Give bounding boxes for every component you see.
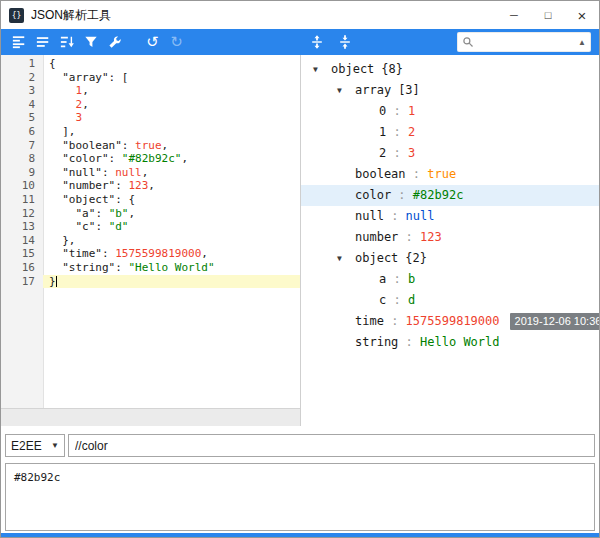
tree-separator: : [398, 227, 420, 248]
tree-field: 0 [379, 101, 386, 122]
tree-node-count: {8} [381, 59, 403, 80]
tree-field: object [331, 59, 374, 80]
code-line[interactable]: 17} [1, 275, 300, 289]
line-number: 17 [1, 275, 43, 289]
tree-row[interactable]: c : d [301, 290, 599, 311]
json-code-editor[interactable]: 1{2 "array": [3 1,4 2,5 36 ],7 "boolean"… [1, 55, 301, 426]
transform-button[interactable] [81, 33, 100, 52]
line-number: 12 [1, 207, 43, 221]
app-window: {} JSON解析工具 ─ □ × [0, 0, 600, 538]
undo-button[interactable]: ↺ [143, 33, 162, 52]
tree-value[interactable]: #82b92c [413, 185, 464, 206]
format-button[interactable] [9, 33, 28, 52]
code-line[interactable]: 10 "number": 123, [1, 179, 300, 193]
json-tree-panel: ▼object{8}▼array[3]0 : 11 : 22 : 3boolea… [301, 55, 599, 426]
code-line[interactable]: 16 "string": "Hello World" [1, 261, 300, 275]
tree-field: null [355, 206, 384, 227]
tree-row[interactable]: time : 15755998190002019-12-06 10:36:59:… [301, 311, 599, 332]
sort-button[interactable] [57, 33, 76, 52]
tree-value[interactable]: null [406, 206, 435, 227]
close-button[interactable]: × [565, 1, 599, 29]
tree-row[interactable]: number : 123 [301, 227, 599, 248]
code-line[interactable]: 4 2, [1, 98, 300, 112]
tree-value[interactable]: 123 [420, 227, 442, 248]
repair-button[interactable] [105, 33, 124, 52]
tree-value[interactable]: b [408, 269, 415, 290]
line-number: 3 [1, 84, 43, 98]
tree-row[interactable]: ▼object{2} [301, 248, 599, 269]
redo-button[interactable]: ↻ [167, 33, 186, 52]
tree-field: color [355, 185, 391, 206]
tree-value[interactable]: 3 [408, 143, 415, 164]
code-text: "time": 1575599819000, [43, 247, 300, 261]
query-result-text: #82b92c [14, 471, 60, 484]
tree-field: string [355, 332, 398, 353]
query-result-box[interactable]: #82b92c [5, 463, 595, 531]
expand-all-icon [310, 35, 324, 49]
code-line[interactable]: 13 "c": "d" [1, 220, 300, 234]
line-number: 10 [1, 179, 43, 193]
line-number: 15 [1, 247, 43, 261]
minimize-button[interactable]: ─ [497, 1, 531, 29]
code-line[interactable]: 7 "boolean": true, [1, 139, 300, 153]
code-text: 2, [43, 98, 300, 112]
code-text: "string": "Hello World" [43, 261, 300, 275]
tree-value[interactable]: true [427, 164, 456, 185]
window-accent-bar [1, 533, 599, 537]
collapse-all-icon [338, 35, 352, 49]
tree-value[interactable]: 1575599819000 [406, 311, 500, 332]
query-type-select[interactable]: E2EE ▼ [5, 434, 65, 457]
close-icon: × [578, 7, 587, 24]
tree-row[interactable]: boolean : true [301, 164, 599, 185]
tree-row[interactable]: 2 : 3 [301, 143, 599, 164]
compact-icon [36, 35, 50, 49]
expand-all-button[interactable] [307, 33, 326, 52]
code-line[interactable]: 8 "color": "#82b92c", [1, 152, 300, 166]
code-text: } [43, 275, 300, 289]
code-line[interactable]: 12 "a": "b", [1, 207, 300, 221]
code-text: "color": "#82b92c", [43, 152, 300, 166]
search-nav-icon[interactable]: ▲ [578, 38, 586, 47]
code-line[interactable]: 9 "null": null, [1, 166, 300, 180]
code-line[interactable]: 3 1, [1, 84, 300, 98]
line-number: 11 [1, 193, 43, 207]
code-line[interactable]: 14 }, [1, 234, 300, 248]
code-line[interactable]: 2 "array": [ [1, 71, 300, 85]
line-number: 4 [1, 98, 43, 112]
code-line[interactable]: 15 "time": 1575599819000, [1, 247, 300, 261]
tree-value[interactable]: 2 [408, 122, 415, 143]
code-line[interactable]: 1{ [1, 57, 300, 71]
toolbar-left-group: ↺ ↻ [9, 33, 186, 52]
tree-row[interactable]: color : #82b92c [301, 185, 599, 206]
tree-value[interactable]: d [408, 290, 415, 311]
collapse-all-button[interactable] [335, 33, 354, 52]
search-box[interactable]: ▲ [457, 32, 591, 52]
search-input[interactable] [474, 36, 578, 48]
code-line[interactable]: 11 "object": { [1, 193, 300, 207]
maximize-button[interactable]: □ [531, 1, 565, 29]
query-section: E2EE ▼ #82b92c [1, 426, 599, 537]
tree-row[interactable]: a : b [301, 269, 599, 290]
tree-separator: : [386, 269, 408, 290]
tree-row[interactable]: string : Hello World [301, 332, 599, 353]
compact-button[interactable] [33, 33, 52, 52]
tree-value[interactable]: 1 [408, 101, 415, 122]
collapse-toggle-icon[interactable]: ▼ [337, 80, 355, 101]
tree-field: time [355, 311, 384, 332]
tree-row[interactable]: 1 : 2 [301, 122, 599, 143]
format-icon [12, 35, 26, 49]
repair-wrench-icon [108, 35, 122, 49]
tree-row[interactable]: ▼array[3] [301, 80, 599, 101]
tree-separator: : [386, 122, 408, 143]
tree-value[interactable]: Hello World [420, 332, 499, 353]
search-icon [462, 36, 474, 48]
code-line[interactable]: 5 3 [1, 111, 300, 125]
tree-row[interactable]: ▼object{8} [301, 59, 599, 80]
editor-statusbar: Ln: 17 Col: 2 [1, 408, 300, 426]
query-input[interactable] [68, 434, 595, 457]
tree-row[interactable]: 0 : 1 [301, 101, 599, 122]
tree-row[interactable]: null : null [301, 206, 599, 227]
code-line[interactable]: 6 ], [1, 125, 300, 139]
collapse-toggle-icon[interactable]: ▼ [313, 59, 331, 80]
collapse-toggle-icon[interactable]: ▼ [337, 248, 355, 269]
